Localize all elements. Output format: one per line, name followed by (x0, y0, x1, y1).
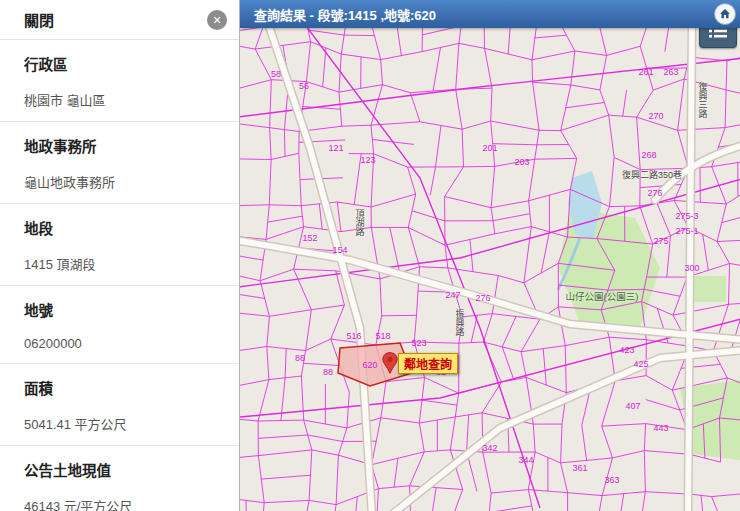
map-header-bar: 查詢結果 - 段號:1415 ,地號:620 (240, 0, 740, 28)
home-icon (718, 7, 732, 21)
sidebar-section: 地政事務所龜山地政事務所 (0, 122, 239, 204)
sidebar-section: 行政區桃園市 龜山區 (0, 40, 239, 122)
sidebar-sections: 行政區桃園市 龜山區地政事務所龜山地政事務所地段1415 頂湖段地號062000… (0, 40, 239, 511)
map-canvas[interactable]: 261263270268276275-3275-1275300247276516… (240, 28, 740, 511)
query-result-title: 查詢結果 - 段號:1415 ,地號:620 (254, 5, 436, 24)
map-area: 查詢結果 - 段號:1415 ,地號:620 (240, 0, 740, 511)
field-value: 龜山地政事務所 (24, 172, 215, 191)
sidebar-section: 面積5041.41 平方公尺 (0, 364, 239, 446)
field-label: 地政事務所 (24, 135, 215, 156)
close-label[interactable]: 關閉 (24, 9, 54, 30)
sidebar-section: 地段1415 頂湖段 (0, 204, 239, 286)
field-value: 桃園市 龜山區 (24, 90, 215, 109)
field-label: 地號 (24, 299, 215, 320)
query-marker[interactable]: 鄰地查詢 (382, 351, 398, 379)
map-pin-icon[interactable] (382, 351, 398, 379)
sidebar-section: 地號06200000 (0, 286, 239, 364)
field-label: 面積 (24, 377, 215, 398)
sidebar-section: 公告土地現值46143 元/平方公尺 (0, 446, 239, 511)
field-value: 5041.41 平方公尺 (24, 414, 215, 433)
field-label: 公告土地現值 (24, 459, 215, 480)
neighbor-query-callout[interactable]: 鄰地查詢 (398, 353, 458, 374)
field-label: 行政區 (24, 53, 215, 74)
field-label: 地段 (24, 217, 215, 238)
result-sidebar: 關閉 ✕ 行政區桃園市 龜山區地政事務所龜山地政事務所地段1415 頂湖段地號0… (0, 0, 240, 511)
app-window: 關閉 ✕ 行政區桃園市 龜山區地政事務所龜山地政事務所地段1415 頂湖段地號0… (0, 0, 740, 511)
home-button[interactable] (714, 3, 736, 25)
field-value: 1415 頂湖段 (24, 254, 215, 273)
close-icon[interactable]: ✕ (207, 10, 227, 30)
sidebar-header: 關閉 ✕ (0, 0, 239, 40)
field-value: 46143 元/平方公尺 (24, 496, 215, 511)
field-value: 06200000 (24, 336, 215, 351)
map-base-svg (240, 28, 740, 511)
